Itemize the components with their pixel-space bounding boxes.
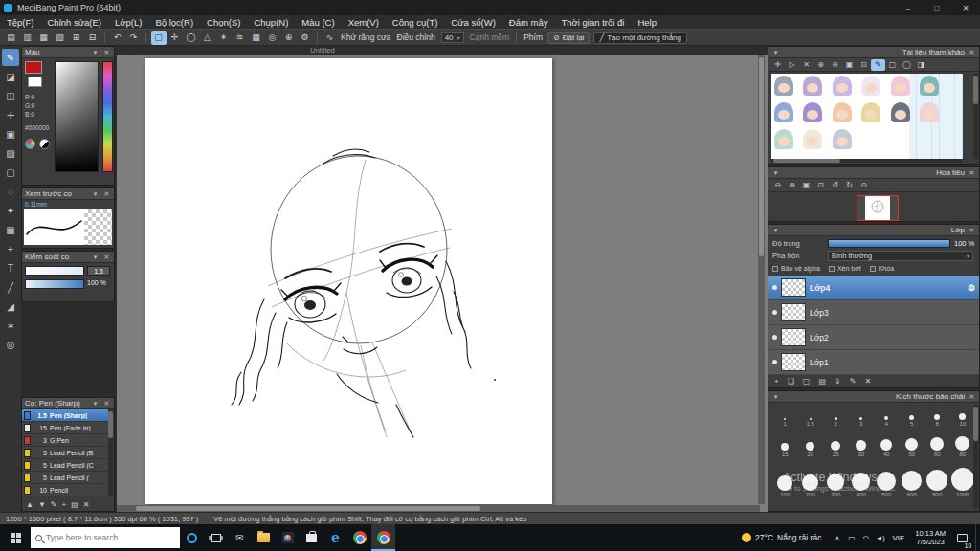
brush-size-option[interactable]: 30 [850, 440, 873, 458]
select-pen-tool-icon[interactable]: + [2, 240, 19, 257]
move-tool-icon[interactable]: ✛ [2, 106, 19, 123]
brush-item[interactable]: 5Lead Pencil (B [22, 447, 109, 459]
brush-size-option[interactable]: 8 [925, 414, 948, 428]
brush-size-option[interactable]: 5 [901, 415, 924, 428]
photos-button[interactable] [276, 524, 300, 551]
actual-size-icon[interactable]: ⊡ [857, 59, 871, 71]
panel-layout-icon[interactable]: ▤ [4, 31, 19, 45]
blend-select[interactable]: Bình thường ▾ [828, 251, 973, 261]
snap-grid-icon[interactable]: ▦ [249, 31, 264, 45]
menu-layer[interactable]: Lớp(L) [108, 15, 148, 29]
panel-layout-icon[interactable]: ⊞ [69, 31, 84, 45]
brush-size-option[interactable]: 50 [901, 438, 924, 458]
action-center-button[interactable]: 10 [951, 524, 972, 551]
canvas-horizontal-scrollbar[interactable] [117, 505, 760, 512]
brush-size-option[interactable]: 100 [773, 475, 796, 498]
marquee-icon[interactable]: ▢ [885, 59, 900, 71]
delete-layer-icon[interactable]: ✕ [864, 377, 871, 386]
magic-wand-tool-icon[interactable]: ✦ [2, 202, 19, 219]
opacity-slider[interactable] [828, 239, 950, 248]
canvas-artwork[interactable] [145, 58, 552, 504]
scrollbar-thumb[interactable] [973, 407, 978, 441]
menu-filter[interactable]: Bộ lọc(R) [148, 15, 200, 29]
rotate-left-icon[interactable]: ↺ [828, 180, 842, 191]
mail-button[interactable]: ✉ [228, 524, 252, 551]
collapse-icon[interactable]: ▾ [91, 49, 100, 56]
brush-item[interactable]: 15Pen (Fade In) [22, 422, 109, 434]
panel-layout-icon[interactable]: ▦ [36, 31, 52, 45]
brush-size-option[interactable]: 1 [773, 418, 796, 428]
undo-icon[interactable]: ↶ [110, 31, 125, 45]
collapse-icon[interactable]: ▾ [771, 49, 780, 56]
collapse-icon[interactable]: ▾ [91, 400, 100, 408]
fill-tool-icon[interactable]: ▣ [2, 125, 19, 143]
minimize-button[interactable]: – [894, 0, 923, 15]
search-input[interactable] [46, 533, 175, 542]
scrollbar-thumb[interactable] [108, 411, 113, 438]
straight-line-button[interactable]: ╱Tạo một đường thẳng [593, 32, 687, 44]
menu-tools[interactable]: Công cụ(T) [386, 15, 445, 29]
brush-size-scrollbar[interactable] [973, 405, 978, 508]
brush-size-option[interactable]: 40 [875, 439, 898, 458]
brush-item[interactable]: 5Lead Pencil ( [22, 472, 109, 484]
split-view-icon[interactable]: ◨ [914, 59, 928, 71]
close-icon[interactable]: ✕ [968, 169, 976, 177]
brush-size-option[interactable]: 400 [850, 473, 873, 498]
tray-expand-icon[interactable]: ∧ [830, 534, 844, 542]
fit-icon[interactable]: ▣ [842, 59, 857, 71]
pan-icon[interactable]: ✛ [770, 59, 785, 71]
bw-color-icon[interactable] [39, 139, 50, 149]
brush-size-option[interactable]: 500 [875, 472, 898, 498]
edge-button[interactable]: e [323, 524, 347, 551]
antialias-icon[interactable]: ∿ [323, 31, 338, 45]
duplicate-layer-icon[interactable]: ❏ [788, 377, 794, 386]
layer-folder-icon[interactable]: ▤ [818, 377, 826, 386]
brush-size-option[interactable]: 300 [824, 474, 847, 498]
panel-layout-icon[interactable]: ▥ [20, 31, 35, 45]
file-explorer-button[interactable] [252, 524, 276, 551]
add-brush-icon[interactable]: + [62, 500, 67, 509]
layer-row[interactable]: Lớp2 [768, 325, 979, 350]
protect-alpha-checkbox[interactable]: Bảo vệ alpha [772, 265, 820, 272]
gear-icon[interactable]: ⚙ [968, 283, 975, 293]
collapse-icon[interactable]: ▾ [91, 253, 100, 261]
zoom-out-icon[interactable]: ⊖ [828, 59, 842, 71]
brush-item[interactable]: 5Lead Pencil (C [22, 459, 109, 472]
document-tab[interactable]: Untitled [117, 46, 528, 55]
brush-size-option[interactable]: 4 [875, 416, 898, 428]
brush-down-icon[interactable]: ▼ [38, 500, 46, 509]
clipping-checkbox[interactable]: Xén bớt [829, 265, 861, 272]
ellipse-icon[interactable]: ◯ [900, 59, 914, 71]
wifi-tray-icon[interactable]: ◠ [858, 534, 873, 542]
zoom-out-icon[interactable]: ⊖ [770, 180, 785, 191]
brush-size-option[interactable]: 3 [850, 417, 873, 428]
hue-slider[interactable] [102, 61, 113, 172]
close-button[interactable]: ✕ [951, 0, 980, 15]
menu-capture[interactable]: Chụp(N) [247, 15, 295, 29]
brush-size-option[interactable]: 800 [925, 470, 948, 498]
scrollbar-thumb[interactable] [773, 159, 840, 163]
fit-icon[interactable]: ▣ [799, 180, 813, 191]
snap-settings-icon[interactable]: ⚙ [298, 31, 313, 45]
show-desktop-button[interactable] [975, 524, 980, 551]
taskbar-clock[interactable]: 10:13 AM 7/5/2023 [909, 529, 951, 546]
layer-row[interactable]: Lớp3 [768, 300, 979, 325]
actual-size-icon[interactable]: ⊡ [813, 180, 828, 191]
menu-edit[interactable]: Chỉnh sửa(E) [41, 15, 109, 29]
canvas-page[interactable] [145, 58, 552, 504]
background-color-swatch[interactable] [28, 77, 42, 87]
brush-item[interactable]: 10Pencil [22, 484, 109, 496]
brush-size-option[interactable]: 15 [773, 443, 796, 458]
display-tray-icon[interactable]: ▭ [844, 534, 858, 542]
collapse-icon[interactable]: ▾ [771, 393, 780, 401]
antialias-label[interactable]: Khử răng cưa [341, 33, 391, 42]
redo-icon[interactable]: ↷ [126, 31, 142, 45]
scrollbar-thumb[interactable] [973, 76, 978, 104]
rotate-right-icon[interactable]: ↻ [842, 180, 857, 191]
line-tool-icon[interactable]: ╱ [2, 278, 19, 296]
delete-brush-icon[interactable]: ✕ [83, 500, 90, 509]
menu-cloud[interactable]: Đám mây [502, 15, 555, 29]
close-icon[interactable]: ✕ [102, 400, 111, 408]
close-icon[interactable]: ✕ [968, 227, 976, 234]
tone-tool-icon[interactable]: ◫ [2, 87, 19, 104]
